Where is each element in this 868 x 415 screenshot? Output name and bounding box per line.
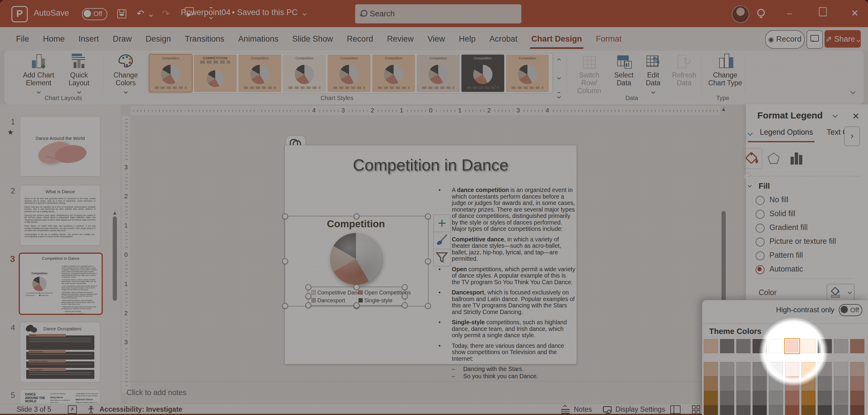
record-button[interactable]: ◉ Record: [765, 30, 805, 49]
chart-style-thumb-7[interactable]: Competition: [417, 55, 460, 92]
tab-slide-show[interactable]: Slide Show: [285, 27, 340, 51]
tab-review[interactable]: Review: [380, 27, 421, 51]
fill-line-tab[interactable]: [742, 148, 762, 169]
chart-style-thumb-1[interactable]: Competition: [149, 55, 192, 92]
selection-handle[interactable]: [305, 293, 311, 299]
theme-color-variant[interactable]: [801, 376, 815, 391]
selection-handle[interactable]: [425, 258, 431, 264]
theme-color-variant[interactable]: [818, 405, 832, 415]
tab-record[interactable]: Record: [340, 27, 380, 51]
effects-tab[interactable]: [768, 153, 780, 164]
pie-chart[interactable]: [330, 233, 382, 285]
theme-color-variant[interactable]: [736, 391, 750, 405]
minimize-button[interactable]: –: [781, 5, 799, 22]
tab-file[interactable]: File: [9, 27, 36, 51]
tab-insert[interactable]: Insert: [72, 27, 106, 51]
theme-color-variant[interactable]: [736, 405, 750, 415]
theme-color-variant[interactable]: [720, 391, 734, 405]
selection-handle[interactable]: [402, 302, 408, 308]
tab-view[interactable]: View: [421, 27, 452, 51]
theme-color-variant[interactable]: [801, 362, 815, 376]
theme-color-variant[interactable]: [785, 405, 799, 415]
tab-home[interactable]: Home: [36, 27, 72, 51]
accessibility-status[interactable]: Accessibility: Investigate: [99, 405, 182, 414]
theme-color-variant[interactable]: [834, 376, 848, 391]
theme-color-variant[interactable]: [720, 376, 734, 391]
theme-color-variant[interactable]: [818, 376, 832, 391]
theme-color-variant[interactable]: [704, 391, 718, 405]
notes-divider[interactable]: [121, 381, 746, 382]
tab-format[interactable]: Format: [589, 27, 629, 51]
thumbnail-scrollbar-thumb[interactable]: [113, 216, 117, 301]
theme-color-variant[interactable]: [704, 405, 718, 415]
selection-handle[interactable]: [282, 258, 288, 264]
fill-option-no-fill[interactable]: No fill: [770, 195, 788, 204]
theme-color-swatch[interactable]: [785, 339, 799, 353]
slide-thumbnail-2[interactable]: What is DanceDance is an art form that g…: [20, 185, 100, 246]
notes-placeholder[interactable]: Click to add notes: [127, 388, 187, 397]
radio-fill-option-automatic[interactable]: [755, 265, 765, 274]
theme-color-variant[interactable]: [785, 362, 799, 376]
spellcheck-icon[interactable]: ✗: [68, 405, 77, 414]
autosave-toggle[interactable]: Off: [82, 8, 107, 20]
theme-color-variant[interactable]: [850, 362, 864, 376]
panel-close-icon[interactable]: ✕: [852, 111, 860, 122]
user-avatar[interactable]: [732, 5, 749, 23]
slide-thumbnail-1[interactable]: Dance Around the World: [20, 116, 100, 177]
legend-options-chevron-icon[interactable]: [748, 131, 752, 136]
theme-color-variant[interactable]: [785, 391, 799, 405]
occupation-box[interactable]: Dancesport coaches: [26, 361, 94, 368]
selection-handle[interactable]: [282, 303, 288, 309]
fill-section-header[interactable]: Fill: [758, 182, 770, 191]
chart-elements-button[interactable]: [433, 215, 451, 232]
theme-color-variant[interactable]: [834, 391, 848, 405]
theme-color-variant[interactable]: [769, 405, 783, 415]
theme-color-swatch[interactable]: [801, 339, 815, 353]
tab-help[interactable]: Help: [452, 27, 483, 51]
undo-dropdown-icon[interactable]: [150, 12, 152, 18]
theme-color-swatch[interactable]: [704, 339, 718, 353]
editor-scrollbar-thumb[interactable]: [721, 211, 726, 313]
theme-color-variant[interactable]: [850, 376, 864, 391]
gallery-scroll-down[interactable]: [554, 70, 564, 88]
selection-handle[interactable]: [425, 303, 431, 309]
scroll-up-icon[interactable]: ▲: [112, 210, 118, 216]
theme-color-variant[interactable]: [850, 405, 864, 415]
tab-chart-design[interactable]: Chart Design: [524, 27, 589, 51]
chart-legend-entry[interactable]: Single-style: [358, 297, 393, 304]
theme-color-variant[interactable]: [704, 376, 718, 391]
tab-legend-options[interactable]: Legend Options: [760, 128, 813, 136]
save-icon[interactable]: [115, 7, 128, 21]
theme-color-variant[interactable]: [736, 362, 750, 376]
selection-handle[interactable]: [282, 213, 288, 219]
theme-color-swatch[interactable]: [834, 339, 848, 353]
theme-color-variant[interactable]: [834, 362, 848, 376]
size-properties-tab[interactable]: [790, 152, 803, 165]
gallery-more-button[interactable]: [554, 88, 564, 105]
chart-filters-button[interactable]: [433, 249, 451, 266]
slide-thumbnail-5[interactable]: DANCE AROUND THE WORLDKathak DanceThe Ka…: [20, 389, 100, 404]
radio-fill-option-picture-or-texture-fill[interactable]: [755, 237, 765, 247]
scroll-up-icon[interactable]: ▲: [721, 106, 726, 113]
gallery-scroll-up[interactable]: [554, 53, 564, 70]
slide-thumbnail-4[interactable]: Dance OccupationsDancerDance TeacherDanc…: [20, 322, 100, 382]
chart-styles-button[interactable]: [433, 232, 451, 249]
slide-thumbnail-3[interactable]: Competition in DanceCompetitionCompetiti…: [19, 253, 103, 315]
chart-style-thumb-3[interactable]: Competition: [239, 55, 281, 92]
selection-handle[interactable]: [402, 293, 408, 299]
selection-handle[interactable]: [425, 213, 431, 219]
slide-sorter-view-icon[interactable]: [692, 405, 701, 413]
fill-option-pattern-fill[interactable]: Pattern fill: [770, 251, 803, 259]
selection-handle[interactable]: [305, 302, 311, 308]
selection-handle[interactable]: [305, 284, 311, 290]
theme-color-variant[interactable]: [818, 362, 832, 376]
theme-color-swatch[interactable]: [736, 339, 750, 353]
chart-style-thumb-8[interactable]: Competition: [461, 55, 504, 92]
tab-design[interactable]: Design: [138, 27, 178, 51]
panel-more-button[interactable]: ›: [844, 127, 860, 146]
selection-handle[interactable]: [353, 284, 360, 290]
panel-collapse-icon[interactable]: [833, 113, 837, 118]
theme-color-variant[interactable]: [720, 362, 734, 376]
tab-acrobat[interactable]: Acrobat: [483, 27, 524, 51]
comments-button[interactable]: [807, 30, 823, 49]
